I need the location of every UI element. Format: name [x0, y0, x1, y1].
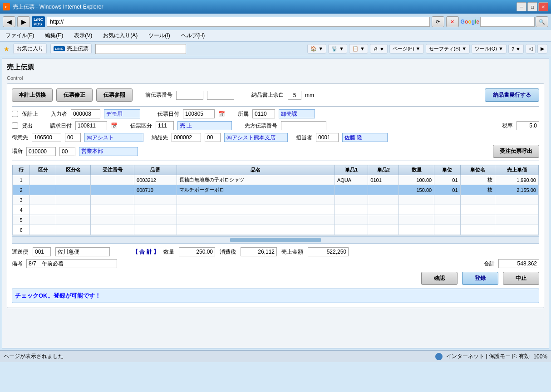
- dept-name-input[interactable]: [279, 109, 315, 118]
- table-header-row: 行 区分 区分名 受注番号 品番 品名 単品1 単品2 数量 単位 単位名 売上…: [13, 165, 539, 175]
- location-name[interactable]: [79, 147, 138, 156]
- table-row[interactable]: 5: [13, 215, 539, 225]
- maximize-button[interactable]: □: [527, 2, 537, 11]
- delivery-code1[interactable]: [172, 133, 201, 142]
- customer-code1[interactable]: [32, 133, 61, 142]
- scroll-thumb[interactable]: [230, 238, 321, 242]
- feeds-button[interactable]: 📡 ▼: [328, 44, 347, 54]
- location-code2[interactable]: [59, 147, 75, 156]
- favorites-label: お気に入り: [16, 45, 44, 53]
- register-button[interactable]: 登録: [462, 272, 498, 285]
- table-row[interactable]: 2008710マルチボーダーポロ150.0001枚2,155.00: [13, 185, 539, 195]
- order-voucher-button[interactable]: 受注伝票呼出: [493, 145, 539, 158]
- dept-code-input[interactable]: [252, 109, 275, 118]
- tax-value: [241, 247, 277, 256]
- customer-name[interactable]: [84, 133, 143, 142]
- help-button[interactable]: ? ▼: [508, 44, 524, 54]
- voucher-date-input[interactable]: [183, 109, 215, 118]
- control-label: Control: [7, 75, 544, 81]
- stop-button[interactable]: ✕: [446, 16, 459, 27]
- calendar-icon-2[interactable]: 📅: [111, 122, 118, 129]
- close-button[interactable]: ✕: [538, 2, 548, 11]
- shipping-code[interactable]: [33, 247, 51, 256]
- form-area: 本計上切換 伝票修正 伝票参照 前伝票番号 納品書上余白 mm 納品書発行する …: [7, 83, 544, 308]
- voucher-type-code[interactable]: [156, 121, 174, 130]
- summary-row-2: 備考 合計: [12, 259, 539, 268]
- refresh-button[interactable]: ⟳: [432, 16, 444, 27]
- page-tab-label: 売上伝票: [67, 45, 89, 53]
- cancel-button[interactable]: 中止: [503, 272, 539, 285]
- delivery-code2[interactable]: [205, 133, 221, 142]
- table-row[interactable]: 4: [13, 205, 539, 215]
- extra-button1[interactable]: ◁: [526, 44, 536, 54]
- view-button[interactable]: 伝票参照: [96, 88, 133, 102]
- print-button[interactable]: 🖨 ▼: [370, 44, 388, 54]
- home-button[interactable]: 🏠 ▼: [307, 44, 326, 54]
- window-title: 売上伝票 - Windows Internet Explorer: [13, 3, 103, 11]
- page-tool-button[interactable]: ページ(P) ▼: [389, 44, 424, 54]
- staff-name[interactable]: [342, 133, 388, 142]
- tools-button[interactable]: ツール(Q) ▼: [472, 44, 507, 54]
- billing-date-input[interactable]: [75, 121, 107, 130]
- switch-button[interactable]: 本計上切換: [12, 88, 53, 102]
- menu-view[interactable]: 表示(V): [72, 31, 94, 40]
- calendar-icon[interactable]: 📅: [218, 111, 225, 117]
- delivery-name[interactable]: [224, 133, 288, 142]
- tab-input[interactable]: [95, 44, 186, 54]
- confirm-button[interactable]: 確認: [421, 272, 458, 285]
- menu-file[interactable]: ファイル(F): [4, 31, 36, 40]
- google-logo: Google: [461, 19, 479, 25]
- window-controls[interactable]: ─ □ ✕: [517, 2, 548, 11]
- forward-button[interactable]: ▶: [17, 16, 30, 27]
- provisional-checkbox[interactable]: [12, 111, 18, 117]
- favorites-button[interactable]: お気に入り: [13, 44, 47, 54]
- edit-button[interactable]: 伝票修正: [56, 88, 93, 102]
- location-code1[interactable]: [26, 147, 56, 156]
- shipping-label: 運送便: [12, 248, 28, 256]
- favorites-bar: ★ お気に入り LiNC 売上伝票 🏠 ▼ 📡 ▼ 📋 ▼ 🖨 ▼ ページ(P)…: [0, 42, 551, 56]
- input-person-code[interactable]: [71, 109, 100, 118]
- address-input[interactable]: [47, 17, 430, 27]
- menu-edit[interactable]: 編集(E): [43, 31, 65, 40]
- input-person-name[interactable]: [104, 109, 140, 118]
- table-row[interactable]: 3: [13, 195, 539, 205]
- back-button[interactable]: ◀: [3, 16, 15, 27]
- search-input[interactable]: [480, 17, 535, 27]
- partner-voucher-label: 先方伝票番号: [245, 122, 277, 130]
- dept-label: 所属: [238, 110, 249, 118]
- prev-voucher-input2[interactable]: [207, 91, 234, 100]
- page-content: 売上伝票 Control 本計上切換 伝票修正 伝票参照 前伝票番号 納品書上余…: [2, 58, 549, 348]
- billing-date-label: 請求日付: [50, 122, 72, 130]
- customer-code2[interactable]: [65, 133, 81, 142]
- search-button[interactable]: 🔍: [536, 16, 548, 27]
- safety-button[interactable]: セーフティ(S) ▼: [426, 44, 470, 54]
- app-icon: e: [3, 3, 10, 10]
- partner-voucher-input[interactable]: [281, 121, 326, 130]
- minimize-button[interactable]: ─: [517, 2, 526, 11]
- menu-help[interactable]: ヘルプ(H): [179, 31, 207, 40]
- table-row[interactable]: 10003212長袖白無地鹿の子ポロシャツAQUA0101100.0001枚1,…: [13, 175, 539, 185]
- shipping-name[interactable]: [55, 247, 110, 256]
- col-header-kubun-name: 区分名: [56, 165, 91, 175]
- margin-unit: mm: [305, 92, 314, 98]
- action-buttons: 確認 登録 中止: [12, 272, 539, 285]
- status-right: インターネット | 保護モード: 有効 100%: [435, 353, 547, 360]
- note-input[interactable]: [26, 259, 117, 268]
- voucher-type-name[interactable]: [177, 121, 232, 130]
- tax-rate-input[interactable]: [517, 121, 539, 130]
- menu-favorites[interactable]: お気に入り(A): [101, 31, 139, 40]
- horizontal-scrollbar[interactable]: [12, 236, 539, 244]
- loan-checkbox[interactable]: [12, 122, 18, 129]
- prev-voucher-label: 前伝票番号: [145, 91, 172, 99]
- history-button[interactable]: 📋 ▼: [349, 44, 368, 54]
- extra-button2[interactable]: ▶: [537, 44, 547, 54]
- fav-tools: 🏠 ▼ 📡 ▼ 📋 ▼ 🖨 ▼ ページ(P) ▼ セーフティ(S) ▼ ツール(…: [307, 44, 547, 54]
- staff-code[interactable]: [316, 133, 339, 142]
- success-message: チェックOK。登録が可能です！: [15, 289, 101, 302]
- print-voucher-button[interactable]: 納品書発行する: [485, 88, 539, 102]
- menu-tools[interactable]: ツール(I): [147, 31, 172, 40]
- page-tab[interactable]: LiNC 売上伝票: [50, 44, 92, 54]
- prev-voucher-input1[interactable]: [176, 91, 203, 100]
- margin-input[interactable]: [288, 91, 301, 100]
- table-row[interactable]: 6: [13, 225, 539, 235]
